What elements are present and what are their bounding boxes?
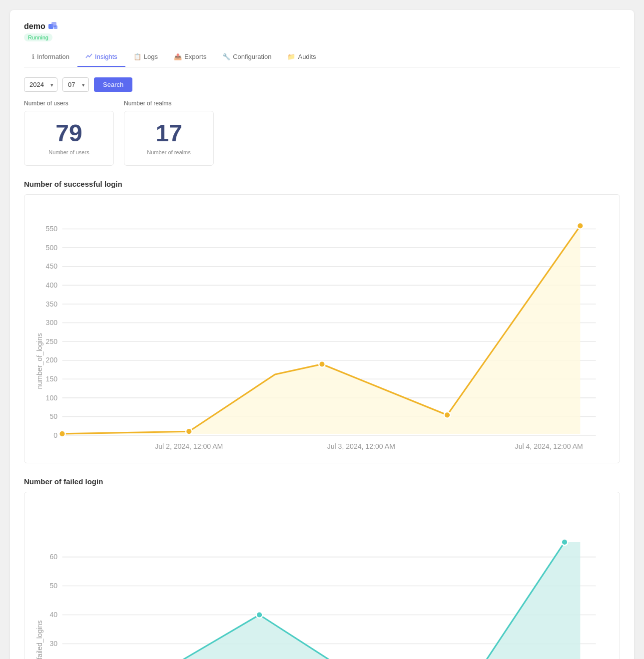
svg-text:350: 350 xyxy=(46,300,58,308)
tab-information[interactable]: ℹ Information xyxy=(24,47,77,67)
year-select-wrapper: 2024 2023 2022 xyxy=(24,77,57,92)
nav-tabs: ℹ Information Insights 📋 Logs 📤 Exports xyxy=(24,47,620,67)
svg-point-29 xyxy=(59,431,65,437)
users-card: 79 Number of users xyxy=(24,111,114,166)
users-sublabel: Number of users xyxy=(36,149,101,155)
svg-text:timeline: timeline xyxy=(316,454,343,455)
svg-point-55 xyxy=(256,612,263,618)
realms-card: 17 Number of realms xyxy=(124,111,214,166)
svg-text:550: 550 xyxy=(46,225,58,233)
svg-text:Jul 2, 2024, 12:00 AM: Jul 2, 2024, 12:00 AM xyxy=(155,442,223,450)
svg-text:100: 100 xyxy=(46,394,58,402)
status-badge: Running xyxy=(24,33,620,47)
realms-sublabel: Number of realms xyxy=(136,149,201,155)
svg-text:150: 150 xyxy=(46,375,58,383)
svg-text:0: 0 xyxy=(53,431,57,439)
svg-marker-53 xyxy=(62,542,581,659)
configuration-icon: 🔧 xyxy=(222,53,230,60)
svg-text:number_of_failed_logins: number_of_failed_logins xyxy=(35,621,43,659)
users-value: 79 xyxy=(36,121,101,145)
svg-text:250: 250 xyxy=(46,337,58,345)
successful-login-chart: 0 50 100 150 200 250 300 350 400 450 500… xyxy=(32,205,612,455)
svg-text:30: 30 xyxy=(49,640,57,648)
svg-point-30 xyxy=(186,428,192,435)
month-select-wrapper: 010203 040506 07 080910 1112 xyxy=(62,77,89,92)
users-stat-section: Number of users 79 Number of users xyxy=(24,100,114,166)
svg-text:number_of_logins: number_of_logins xyxy=(35,333,43,389)
users-title: Number of users xyxy=(24,100,114,107)
successful-login-chart-container: 0 50 100 150 200 250 300 350 400 450 500… xyxy=(24,194,620,463)
app-icon xyxy=(48,22,59,31)
svg-point-33 xyxy=(577,223,584,229)
svg-point-32 xyxy=(444,412,451,418)
svg-text:50: 50 xyxy=(49,582,57,590)
svg-text:40: 40 xyxy=(49,611,57,619)
svg-text:500: 500 xyxy=(46,244,58,252)
svg-text:300: 300 xyxy=(46,319,58,327)
toolbar: 2024 2023 2022 010203 040506 07 080910 1… xyxy=(24,67,620,100)
app-header: demo xyxy=(24,22,620,31)
realms-stat-section: Number of realms 17 Number of realms xyxy=(124,100,214,166)
failed-login-chart-container: 0 10 20 30 40 50 60 number_of xyxy=(24,492,620,659)
svg-text:Jul 3, 2024, 12:00 AM: Jul 3, 2024, 12:00 AM xyxy=(327,442,395,450)
successful-login-section: Number of successful login 0 50 100 150 … xyxy=(24,180,620,463)
insights-icon xyxy=(85,52,92,61)
tab-exports[interactable]: 📤 Exports xyxy=(166,47,214,67)
svg-text:60: 60 xyxy=(49,553,57,561)
svg-text:450: 450 xyxy=(46,262,58,270)
information-icon: ℹ xyxy=(32,53,34,60)
svg-rect-2 xyxy=(54,25,57,29)
realms-value: 17 xyxy=(136,121,201,145)
tab-insights[interactable]: Insights xyxy=(77,47,125,67)
stats-row: Number of users 79 Number of users Numbe… xyxy=(24,100,620,166)
svg-text:50: 50 xyxy=(49,412,57,420)
failed-login-title: Number of failed login xyxy=(24,477,620,486)
failed-login-section: Number of failed login 0 10 20 30 40 50 … xyxy=(24,477,620,659)
search-button[interactable]: Search xyxy=(94,77,132,92)
app-title: demo xyxy=(24,22,45,31)
audits-icon: 📁 xyxy=(287,53,295,60)
svg-marker-28 xyxy=(62,226,581,434)
svg-text:400: 400 xyxy=(46,281,58,289)
svg-text:Jul 4, 2024, 12:00 AM: Jul 4, 2024, 12:00 AM xyxy=(515,442,583,450)
successful-login-title: Number of successful login xyxy=(24,180,620,188)
tab-logs[interactable]: 📋 Logs xyxy=(125,47,166,67)
year-select[interactable]: 2024 2023 2022 xyxy=(24,77,57,92)
realms-title: Number of realms xyxy=(124,100,214,107)
tab-configuration[interactable]: 🔧 Configuration xyxy=(214,47,279,67)
failed-login-chart: 0 10 20 30 40 50 60 number_of xyxy=(32,502,612,659)
svg-point-31 xyxy=(319,361,325,367)
exports-icon: 📤 xyxy=(174,53,182,60)
svg-text:200: 200 xyxy=(46,356,58,364)
tab-audits[interactable]: 📁 Audits xyxy=(279,47,324,67)
logs-icon: 📋 xyxy=(133,53,141,60)
svg-point-57 xyxy=(562,539,568,546)
month-select[interactable]: 010203 040506 07 080910 1112 xyxy=(62,77,89,92)
